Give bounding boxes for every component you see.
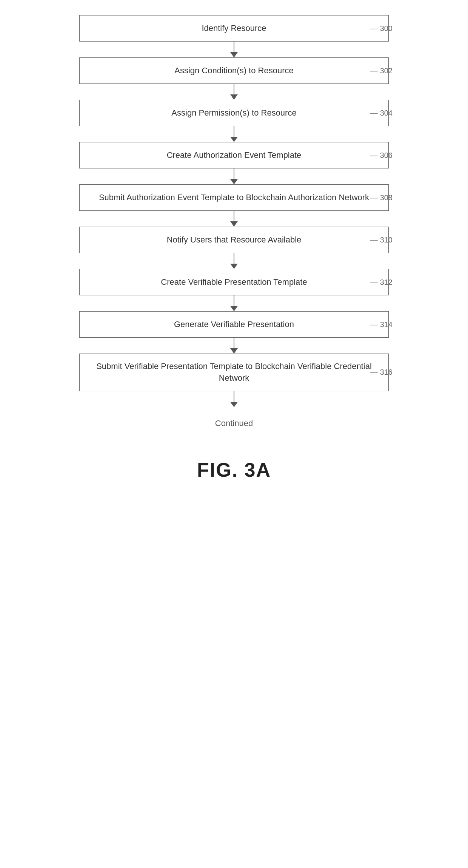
- step-312-row: Create Verifiable Presentation Template3…: [64, 269, 404, 295]
- arrow-head-0: [230, 52, 238, 57]
- arrow-head-1: [230, 94, 238, 100]
- step-316-box: Submit Verifiable Presentation Template …: [79, 354, 389, 391]
- arrow-line-2: [234, 126, 234, 137]
- diagram-container: Identify Resource300Assign Condition(s) …: [64, 15, 404, 481]
- arrow-head-5: [230, 264, 238, 269]
- final-arrow: [230, 391, 238, 407]
- arrow-line-4: [234, 211, 234, 221]
- step-312-box: Create Verifiable Presentation Template: [79, 269, 389, 295]
- continued-label: Continued: [215, 419, 253, 428]
- step-300-box: Identify Resource: [79, 15, 389, 42]
- arrow-head-3: [230, 179, 238, 184]
- arrow-head-7: [230, 348, 238, 354]
- step-306-label: 306: [370, 151, 393, 160]
- arrow-4: [230, 211, 238, 227]
- step-306-box: Create Authorization Event Template: [79, 142, 389, 168]
- step-308-box: Submit Authorization Event Template to B…: [79, 184, 389, 211]
- arrow-line-0: [234, 42, 234, 52]
- step-314-label: 314: [370, 320, 393, 329]
- step-308-row: Submit Authorization Event Template to B…: [64, 184, 404, 211]
- arrow-line-5: [234, 253, 234, 264]
- arrow-head-4: [230, 221, 238, 227]
- step-306-row: Create Authorization Event Template306: [64, 142, 404, 168]
- arrow-7: [230, 338, 238, 354]
- arrow-2: [230, 126, 238, 142]
- arrow-line-1: [234, 84, 234, 94]
- step-300-label: 300: [370, 24, 393, 33]
- step-314-row: Generate Verifiable Presentation314: [64, 311, 404, 338]
- arrow-0: [230, 42, 238, 57]
- step-310-label: 310: [370, 236, 393, 244]
- step-304-row: Assign Permission(s) to Resource304: [64, 100, 404, 126]
- step-316-row: Submit Verifiable Presentation Template …: [64, 354, 404, 391]
- step-304-label: 304: [370, 109, 393, 117]
- arrow-line-6: [234, 295, 234, 306]
- step-302-box: Assign Condition(s) to Resource: [79, 57, 389, 84]
- arrow-5: [230, 253, 238, 269]
- step-314-box: Generate Verifiable Presentation: [79, 311, 389, 338]
- step-310-box: Notify Users that Resource Available: [79, 227, 389, 253]
- step-302-label: 302: [370, 66, 393, 75]
- step-316-label: 316: [370, 368, 393, 377]
- arrow-head-6: [230, 306, 238, 311]
- arrow-line-3: [234, 168, 234, 179]
- step-312-label: 312: [370, 278, 393, 287]
- arrow-3: [230, 168, 238, 184]
- flow-wrapper: Identify Resource300Assign Condition(s) …: [64, 15, 404, 391]
- step-310-row: Notify Users that Resource Available310: [64, 227, 404, 253]
- step-304-box: Assign Permission(s) to Resource: [79, 100, 389, 126]
- arrow-line-7: [234, 338, 234, 348]
- figure-label: FIG. 3A: [197, 459, 271, 481]
- arrow-head-2: [230, 137, 238, 142]
- step-302-row: Assign Condition(s) to Resource302: [64, 57, 404, 84]
- arrow-6: [230, 295, 238, 311]
- step-300-row: Identify Resource300: [64, 15, 404, 42]
- step-308-label: 308: [370, 193, 393, 202]
- arrow-1: [230, 84, 238, 100]
